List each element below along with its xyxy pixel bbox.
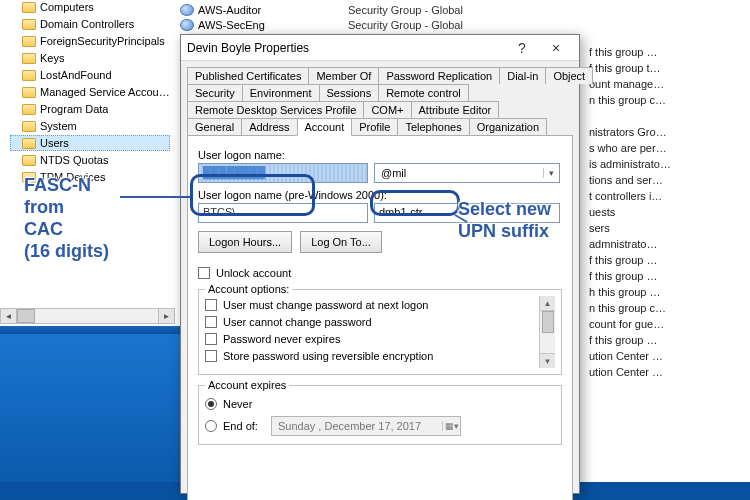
endof-label: End of: <box>223 420 265 432</box>
description-fragment: n this group c… <box>589 92 744 108</box>
description-fragment: h this group … <box>589 284 744 300</box>
tree-label: LostAndFound <box>40 69 112 81</box>
tab-remote-control[interactable]: Remote control <box>378 84 469 101</box>
scroll-thumb[interactable] <box>17 309 35 323</box>
account-expires-group: Account expires Never End of: Sunday , D… <box>198 385 562 445</box>
help-button[interactable]: ? <box>505 38 539 58</box>
tree-label: Users <box>40 137 69 149</box>
description-fragment: f this group … <box>589 252 744 268</box>
description-fragment: t controllers i… <box>589 188 744 204</box>
tabstrip: Published CertificatesMember OfPassword … <box>181 61 579 135</box>
tab-dial-in[interactable]: Dial-in <box>499 67 546 84</box>
tab-account[interactable]: Account <box>297 118 353 136</box>
tree-item[interactable]: Domain Controllers <box>10 16 170 32</box>
tab-attribute-editor[interactable]: Attribute Editor <box>411 101 500 118</box>
group-icon <box>180 19 194 31</box>
group-type: Security Group - Global <box>348 4 463 16</box>
tab-security[interactable]: Security <box>187 84 243 101</box>
group-icon <box>180 4 194 16</box>
description-fragment: admnistrato… <box>589 236 744 252</box>
never-radio-row[interactable]: Never <box>205 394 555 414</box>
checkbox-icon <box>205 333 217 345</box>
checkbox-icon <box>205 316 217 328</box>
tab-remote-desktop-services-profile[interactable]: Remote Desktop Services Profile <box>187 101 364 118</box>
tab-address[interactable]: Address <box>241 118 297 135</box>
description-fragment: sers <box>589 220 744 236</box>
tree-item[interactable]: Users <box>10 135 170 151</box>
account-options-group: Account options: User must change passwo… <box>198 289 562 375</box>
tree-item[interactable]: LostAndFound <box>10 67 170 83</box>
upn-suffix-value: @mil <box>375 167 543 179</box>
tree-item[interactable]: Keys <box>10 50 170 66</box>
tab-member-of[interactable]: Member Of <box>308 67 379 84</box>
tab-published-certificates[interactable]: Published Certificates <box>187 67 309 84</box>
list-row[interactable]: AWS-SecEngSecurity Group - Global <box>180 17 463 32</box>
tab-profile[interactable]: Profile <box>351 118 398 135</box>
account-option[interactable]: User cannot change password <box>205 313 537 330</box>
description-fragment: ution Center … <box>589 348 744 364</box>
tab-object[interactable]: Object <box>545 67 593 84</box>
scroll-track[interactable] <box>17 309 158 323</box>
checkbox-icon <box>205 299 217 311</box>
tab-telephones[interactable]: Telephones <box>397 118 469 135</box>
checkbox-icon <box>205 350 217 362</box>
properties-dialog: Devin Boyle Properties ? × Published Cer… <box>180 34 580 494</box>
scroll-left-button[interactable]: ◄ <box>1 309 17 323</box>
scroll-up-button[interactable]: ▲ <box>540 296 555 311</box>
logon-name-label: User logon name: <box>198 149 562 161</box>
options-vscroll[interactable]: ▲ ▼ <box>539 296 555 368</box>
option-label: User must change password at next logon <box>223 299 428 311</box>
logon-hours-button[interactable]: Logon Hours... <box>198 231 292 253</box>
tree-item[interactable]: ForeignSecurityPrincipals <box>10 33 170 49</box>
folder-icon <box>22 70 36 81</box>
radio-icon <box>205 398 217 410</box>
tab-general[interactable]: General <box>187 118 242 135</box>
tab-environment[interactable]: Environment <box>242 84 320 101</box>
description-fragment: tions and ser… <box>589 172 744 188</box>
logon-name-input[interactable]: ████████ <box>198 163 368 183</box>
tab-sessions[interactable]: Sessions <box>319 84 380 101</box>
upn-suffix-combo[interactable]: @mil ▾ <box>374 163 560 183</box>
tree-item[interactable]: NTDS Quotas <box>10 152 170 168</box>
endof-radio-row[interactable]: End of: Sunday , December 17, 2017 ▦▾ <box>205 416 555 436</box>
dialog-title: Devin Boyle Properties <box>187 41 505 55</box>
scroll-right-button[interactable]: ► <box>158 309 174 323</box>
account-option[interactable]: User must change password at next logon <box>205 296 537 313</box>
tree-item[interactable]: Managed Service Accounts <box>10 84 170 100</box>
radio-icon <box>205 420 217 432</box>
description-fragment: s who are per… <box>589 140 744 156</box>
unlock-account-checkbox[interactable]: Unlock account <box>198 267 562 279</box>
tree-label: Program Data <box>40 103 108 115</box>
description-fragment: nistrators Gro… <box>589 124 744 140</box>
scroll-down-button[interactable]: ▼ <box>540 353 555 368</box>
tree-item[interactable]: Program Data <box>10 101 170 117</box>
tree-item[interactable]: System <box>10 118 170 134</box>
unlock-label: Unlock account <box>216 267 291 279</box>
close-button[interactable]: × <box>539 38 573 58</box>
tree-item[interactable]: Computers <box>10 0 170 15</box>
account-option[interactable]: Password never expires <box>205 330 537 347</box>
logon-to-button[interactable]: Log On To... <box>300 231 382 253</box>
tab-organization[interactable]: Organization <box>469 118 547 135</box>
group-name: AWS-Auditor <box>198 4 348 16</box>
tab-password-replication[interactable]: Password Replication <box>378 67 500 84</box>
tree-label: Keys <box>40 52 64 64</box>
description-fragment: uests <box>589 204 744 220</box>
titlebar[interactable]: Devin Boyle Properties ? × <box>181 35 579 61</box>
tab-com-[interactable]: COM+ <box>363 101 411 118</box>
account-option[interactable]: Store password using reversible encrypti… <box>205 347 537 364</box>
scroll-thumb[interactable] <box>542 311 554 333</box>
description-fragment: f this group … <box>589 268 744 284</box>
calendar-icon: ▦▾ <box>442 421 460 431</box>
pre2000-domain-input[interactable]: BTCS\ <box>198 203 368 223</box>
option-label: User cannot change password <box>223 316 372 328</box>
account-tab-panel: User logon name: ████████ @mil ▾ User lo… <box>187 135 573 500</box>
tree-hscroll[interactable]: ◄ ► <box>0 308 175 324</box>
tree-label: NTDS Quotas <box>40 154 108 166</box>
expire-date-picker[interactable]: Sunday , December 17, 2017 ▦▾ <box>271 416 461 436</box>
tree-label: Domain Controllers <box>40 18 134 30</box>
checkbox-icon <box>198 267 210 279</box>
option-label: Store password using reversible encrypti… <box>223 350 433 362</box>
leader-line <box>120 196 190 198</box>
list-row[interactable]: AWS-AuditorSecurity Group - Global <box>180 2 463 17</box>
